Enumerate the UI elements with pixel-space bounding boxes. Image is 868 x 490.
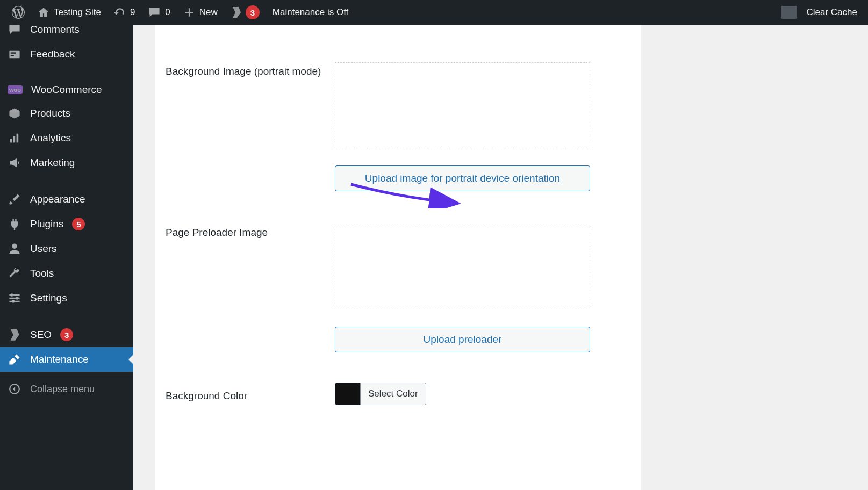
- notification-box-icon[interactable]: [781, 6, 797, 19]
- refresh-icon: [114, 6, 126, 18]
- updates-count: 9: [130, 7, 135, 18]
- new-content-link[interactable]: New: [177, 0, 224, 25]
- home-icon: [38, 6, 49, 18]
- maintenance-status-link[interactable]: Maintenance is Off: [266, 0, 355, 25]
- new-label: New: [199, 7, 218, 18]
- comments-link[interactable]: 0: [141, 0, 176, 25]
- maintenance-status-label: Maintenance is Off: [272, 7, 348, 18]
- wordpress-icon: [12, 6, 25, 19]
- plus-icon: [183, 6, 195, 18]
- yoast-badge: 3: [246, 5, 260, 19]
- comment-icon: [148, 6, 161, 19]
- updates-link[interactable]: 9: [107, 0, 141, 25]
- clear-cache-label: Clear Cache: [807, 7, 858, 18]
- clear-cache-link[interactable]: Clear Cache: [807, 0, 858, 25]
- admin-bar: Testing Site 9 0 New 3 Maintenance is Of…: [0, 0, 868, 25]
- site-name-link[interactable]: Testing Site: [31, 0, 107, 25]
- wordpress-logo[interactable]: [5, 0, 31, 25]
- yoast-link[interactable]: 3: [224, 0, 266, 25]
- yoast-icon: [231, 6, 242, 19]
- site-name-label: Testing Site: [54, 7, 101, 18]
- comments-count: 0: [165, 7, 170, 18]
